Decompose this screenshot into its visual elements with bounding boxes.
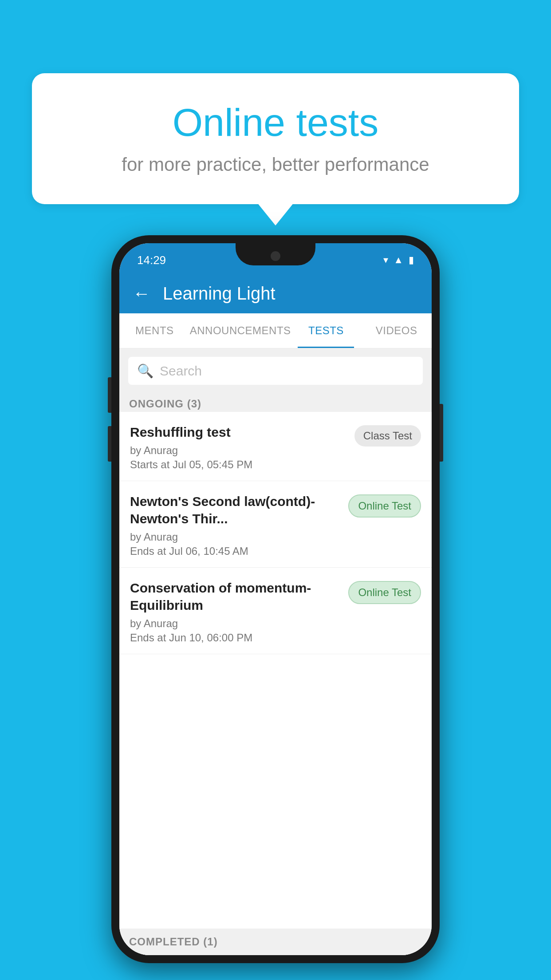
test-badge-class: Class Test <box>354 425 421 447</box>
phone-device: 14:29 ▾ ▲ ▮ ← Learning Light MENTS ANNOU… <box>111 235 440 963</box>
status-time: 14:29 <box>137 250 166 267</box>
power-button <box>440 404 443 462</box>
test-item[interactable]: Conservation of momentum-Equilibrium by … <box>119 568 432 654</box>
test-item[interactable]: Reshuffling test by Anurag Starts at Jul… <box>119 412 432 481</box>
test-item-content: Reshuffling test by Anurag Starts at Jul… <box>130 423 354 471</box>
test-date: Starts at Jul 05, 05:45 PM <box>130 458 347 471</box>
camera-icon <box>271 251 280 261</box>
wifi-icon: ▾ <box>383 254 388 266</box>
test-author: by Anurag <box>130 444 347 457</box>
search-area: 🔍 Search <box>119 349 432 393</box>
test-date: Ends at Jul 06, 10:45 AM <box>130 545 341 557</box>
test-name: Reshuffling test <box>130 423 347 441</box>
test-date: Ends at Jun 10, 06:00 PM <box>130 632 341 644</box>
search-input-wrap[interactable]: 🔍 Search <box>128 357 423 385</box>
status-icons: ▾ ▲ ▮ <box>383 251 414 266</box>
test-list: Reshuffling test by Anurag Starts at Jul… <box>119 412 432 955</box>
test-item[interactable]: Newton's Second law(contd)-Newton's Thir… <box>119 481 432 568</box>
test-item-content: Conservation of momentum-Equilibrium by … <box>130 579 348 644</box>
completed-section-label: COMPLETED (1) <box>119 929 432 955</box>
battery-icon: ▮ <box>409 254 414 266</box>
app-title: Learning Light <box>163 284 276 304</box>
test-item-content: Newton's Second law(contd)-Newton's Thir… <box>130 493 348 557</box>
tab-tests[interactable]: TESTS <box>291 313 362 348</box>
volume-up-button <box>108 377 111 413</box>
phone-notch <box>236 243 315 265</box>
search-icon: 🔍 <box>137 363 153 379</box>
bubble-subtitle: for more practice, better performance <box>67 154 484 175</box>
test-badge-online: Online Test <box>348 581 421 604</box>
back-button[interactable]: ← <box>133 285 150 302</box>
search-placeholder: Search <box>160 364 202 379</box>
tab-bar: MENTS ANNOUNCEMENTS TESTS VIDEOS <box>119 313 432 349</box>
phone-screen: 14:29 ▾ ▲ ▮ ← Learning Light MENTS ANNOU… <box>119 243 432 955</box>
volume-down-button <box>108 426 111 462</box>
tab-videos[interactable]: VIDEOS <box>361 313 432 348</box>
tab-announcements[interactable]: ANNOUNCEMENTS <box>190 313 291 348</box>
test-author: by Anurag <box>130 617 341 630</box>
test-author: by Anurag <box>130 531 341 543</box>
test-badge-online: Online Test <box>348 494 421 518</box>
tab-assignments[interactable]: MENTS <box>119 313 190 348</box>
app-header: ← Learning Light <box>119 273 432 313</box>
test-name: Newton's Second law(contd)-Newton's Thir… <box>130 493 341 527</box>
bubble-title: Online tests <box>67 100 484 145</box>
test-name: Conservation of momentum-Equilibrium <box>130 579 341 614</box>
speech-bubble: Online tests for more practice, better p… <box>32 73 519 204</box>
signal-icon: ▲ <box>394 254 403 266</box>
